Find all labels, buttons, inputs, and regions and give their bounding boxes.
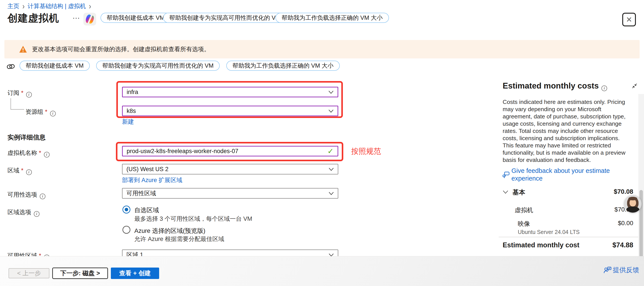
chevron-down-icon[interactable] xyxy=(503,190,508,194)
valid-check-icon: ✓ xyxy=(328,147,334,156)
cost-total-label: Estimated monthly cost xyxy=(503,241,580,249)
info-icon[interactable]: i xyxy=(602,85,607,91)
availability-zone-dropdown[interactable]: 区域 1 xyxy=(122,249,338,256)
cost-item-label: 映像 xyxy=(518,220,530,228)
annotation-text-naming: 按照规范 xyxy=(351,146,381,156)
azure-selected-zone-desc: 允许 Azure 根据需要分配最佳区域 xyxy=(134,235,224,243)
chevron-down-icon xyxy=(328,109,334,113)
next-disks-button[interactable]: 下一步: 磁盘 > xyxy=(52,267,108,279)
deploy-edge-zone-link[interactable]: 部署到 Azure 扩展区域 xyxy=(122,176,182,184)
cost-total-value: $74.88 xyxy=(588,241,633,249)
info-icon[interactable]: i xyxy=(50,111,56,116)
cost-item-label: 虚拟机 xyxy=(515,206,533,214)
tree-connector xyxy=(10,98,11,110)
feedback-person-icon xyxy=(603,266,612,274)
info-icon[interactable]: i xyxy=(34,211,40,217)
self-selected-zone-desc: 最多选择 3 个可用性区域，每个区域一台 VM xyxy=(134,215,252,223)
cost-disclaimer: Costs indicated here are estimates only.… xyxy=(503,98,632,164)
create-vm-page: 主页 › 计算基础结构 | 虚拟机 › 创建虚拟机 ⋯ 帮助我创建低成本 VM … xyxy=(0,0,644,286)
self-selected-zone-label[interactable]: 自选区域 xyxy=(134,206,159,214)
cost-item-value: $0.00 xyxy=(588,220,633,227)
region-dropdown[interactable]: (US) West US 2 xyxy=(122,164,338,174)
zone-options-label: 区域选项i xyxy=(8,208,40,217)
close-icon: ✕ xyxy=(626,15,632,24)
create-new-resource-group-link[interactable]: 新建 xyxy=(122,118,134,126)
footer-feedback-link[interactable]: 提供反馈 xyxy=(613,265,639,274)
chevron-down-icon xyxy=(328,168,334,171)
previous-button[interactable]: < 上一步 xyxy=(8,268,50,278)
azure-selected-zone-label[interactable]: Azure 选择的区域(预览版) xyxy=(134,227,206,235)
region-label: 区域*i xyxy=(8,166,32,175)
info-icon[interactable]: i xyxy=(44,152,50,157)
review-create-button[interactable]: 查看 + 创建 xyxy=(111,267,159,279)
info-icon[interactable]: i xyxy=(26,169,32,175)
info-icon[interactable]: i xyxy=(40,193,46,199)
vm-name-input[interactable] xyxy=(127,148,328,155)
info-icon[interactable]: i xyxy=(44,254,50,256)
subscription-dropdown[interactable]: infra xyxy=(122,87,338,97)
resource-group-dropdown[interactable]: k8s xyxy=(122,106,338,116)
chevron-down-icon xyxy=(328,91,334,94)
azure-selected-zone-radio[interactable] xyxy=(122,226,130,234)
divider xyxy=(499,237,639,237)
tree-connector xyxy=(10,109,24,110)
subscription-label: 订阅*i xyxy=(8,89,32,98)
footer-bar: < 上一步 下一步: 磁盘 > 查看 + 创建 提供反馈 xyxy=(0,256,644,286)
instance-details-heading: 实例详细信息 xyxy=(8,133,46,142)
cost-group-value: $70.08 xyxy=(588,188,633,195)
chevron-down-icon xyxy=(328,192,334,195)
close-button[interactable]: ✕ xyxy=(622,13,636,26)
cost-item-sublabel: Ubuntu Server 24.04 LTS xyxy=(518,229,580,235)
vm-name-field: ✓ xyxy=(122,146,338,156)
resource-group-label: 资源组*i xyxy=(26,108,56,116)
availability-zone-label: 可用性区域*i xyxy=(8,252,50,256)
info-icon[interactable]: i xyxy=(26,92,32,98)
estimate-feedback-link[interactable]: Give feedback about your estimate experi… xyxy=(512,167,628,182)
availability-options-dropdown[interactable]: 可用性区域 xyxy=(122,188,338,199)
self-selected-zone-radio[interactable] xyxy=(122,206,130,213)
availability-options-label: 可用性选项i xyxy=(8,191,46,199)
assistant-avatar[interactable] xyxy=(624,195,642,213)
form-scroll-area: 订阅*i infra 资源组*i k8s 新建 实例详细信息 虚拟机名称*i ✓ xyxy=(0,0,496,256)
cost-group-label[interactable]: 基本 xyxy=(512,188,525,197)
cost-panel-title: Estimated monthly costsi xyxy=(503,81,607,91)
collapse-panel-icon[interactable] xyxy=(631,83,638,89)
chevron-down-icon xyxy=(328,253,334,256)
feedback-bubbles-icon xyxy=(502,171,510,178)
vm-name-label: 虚拟机名称*i xyxy=(8,149,50,157)
